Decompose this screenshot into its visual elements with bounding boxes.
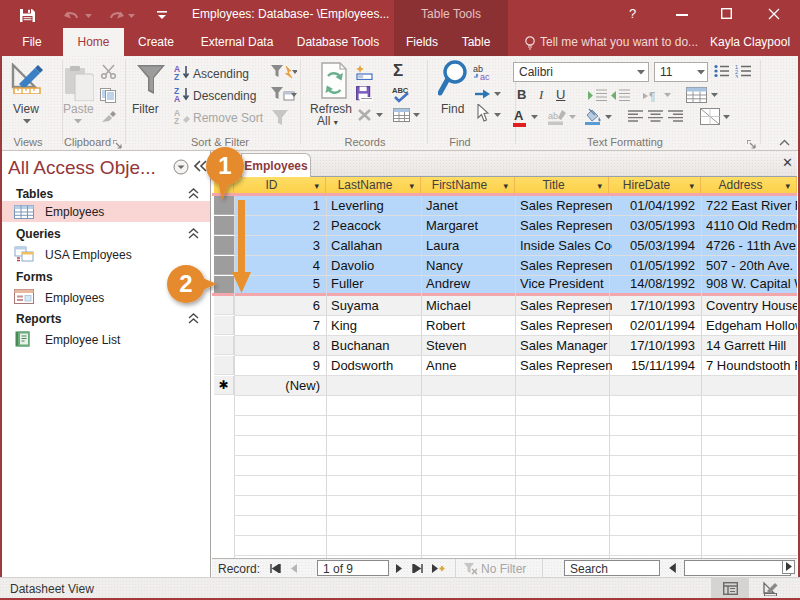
svg-text:¶: ¶ — [649, 90, 655, 102]
svg-text:A: A — [174, 94, 180, 102]
svg-text:ab: ab — [548, 111, 558, 121]
svg-text:Z: Z — [174, 72, 179, 80]
svg-text:2: 2 — [179, 270, 192, 297]
svg-text:3: 3 — [735, 74, 738, 79]
svg-text:ac: ac — [480, 72, 490, 81]
svg-text:Z: Z — [174, 116, 179, 124]
svg-text:1: 1 — [218, 152, 231, 179]
